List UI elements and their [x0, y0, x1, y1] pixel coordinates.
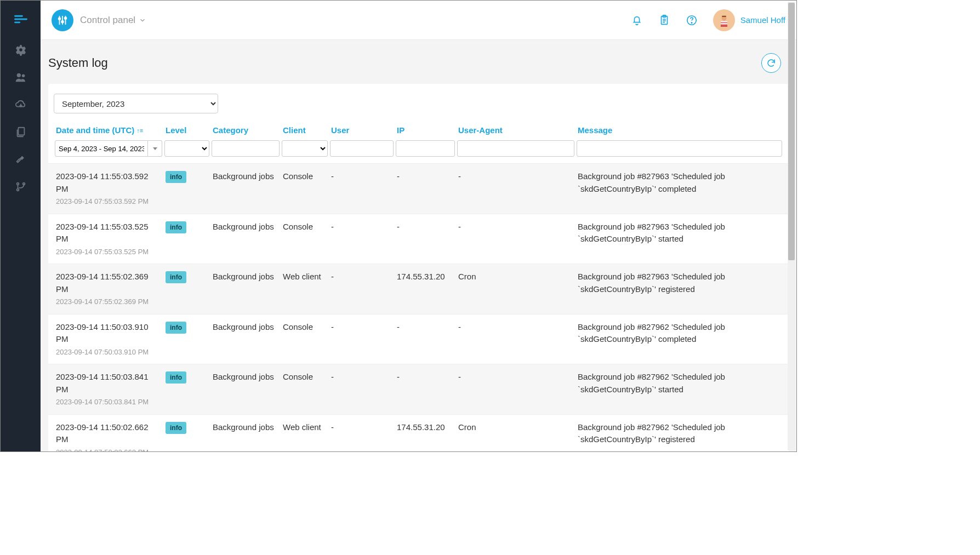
- svg-point-4: [21, 75, 25, 78]
- username-label: Samuel Hoff: [740, 15, 785, 25]
- cell-message: Background job #827962 'Scheduled job `s…: [576, 321, 783, 358]
- svg-rect-24: [722, 15, 726, 16]
- svg-point-21: [691, 22, 692, 22]
- svg-rect-5: [18, 128, 24, 135]
- sidebar-toggle[interactable]: [13, 12, 29, 28]
- cell-message: Background job #827963 'Scheduled job `s…: [576, 271, 783, 307]
- col-user-agent[interactable]: User-Agent: [456, 121, 576, 139]
- scrollbar-track[interactable]: [788, 2, 795, 450]
- cell-level: info: [163, 221, 210, 258]
- cell-client: Console: [281, 371, 329, 408]
- cell-ip: 174.55.31.20: [395, 421, 456, 452]
- log-table: Date and time (UTC) ↑≡ Level Category Cl…: [48, 121, 789, 451]
- help-button[interactable]: [686, 14, 698, 26]
- level-badge: info: [166, 271, 186, 283]
- table-row[interactable]: 2023-09-14 11:50:03.841 PM2023-09-14 07:…: [48, 364, 789, 414]
- date-range-filter[interactable]: [55, 140, 148, 157]
- sidebar-item-cloud[interactable]: [1, 99, 41, 111]
- table-row[interactable]: 2023-09-14 11:50:02.662 PM2023-09-14 07:…: [48, 414, 789, 452]
- filter-row: [48, 139, 789, 163]
- cell-user: -: [329, 321, 395, 358]
- sidebar-item-tools[interactable]: [1, 153, 41, 165]
- app-logo[interactable]: [52, 9, 73, 31]
- level-badge: info: [166, 221, 186, 233]
- cell-client: Web client: [281, 421, 329, 452]
- cell-user: -: [329, 170, 395, 207]
- refresh-button[interactable]: [761, 53, 781, 73]
- sidebar-item-settings[interactable]: [1, 44, 41, 56]
- user-filter[interactable]: [330, 140, 394, 157]
- col-ip[interactable]: IP: [395, 121, 456, 139]
- content-area: System log September, 2023 Date and time…: [41, 40, 796, 451]
- ip-filter[interactable]: [396, 140, 455, 157]
- col-datetime[interactable]: Date and time (UTC) ↑≡: [54, 121, 163, 139]
- bell-icon: [631, 14, 643, 26]
- cell-user: -: [329, 221, 395, 258]
- cell-user: -: [329, 421, 395, 452]
- user-agent-filter[interactable]: [457, 140, 574, 157]
- notifications-button[interactable]: [631, 14, 643, 26]
- month-select[interactable]: September, 2023: [54, 94, 218, 113]
- cell-user-agent: Cron: [456, 271, 576, 307]
- col-user[interactable]: User: [329, 121, 395, 139]
- col-category[interactable]: Category: [210, 121, 281, 139]
- table-header-row: Date and time (UTC) ↑≡ Level Category Cl…: [48, 121, 789, 139]
- cell-ip: 174.55.31.20: [395, 271, 456, 307]
- cell-user-agent: -: [456, 371, 576, 408]
- svg-rect-27: [721, 23, 727, 24]
- sidebar-item-users[interactable]: [1, 71, 41, 83]
- cell-ip: -: [395, 221, 456, 258]
- cell-client: Web client: [281, 271, 329, 307]
- help-icon: [686, 14, 698, 26]
- chevron-down-icon: [139, 16, 146, 24]
- cell-client: Console: [281, 321, 329, 358]
- log-panel: September, 2023 Date and time (UTC) ↑≡ L…: [48, 84, 789, 451]
- level-badge: info: [166, 171, 186, 183]
- cell-user-agent: -: [456, 221, 576, 258]
- user-menu[interactable]: Samuel Hoff: [713, 9, 785, 31]
- col-client[interactable]: Client: [281, 121, 329, 139]
- svg-point-14: [65, 17, 67, 19]
- sidebar-item-branches[interactable]: [1, 181, 41, 193]
- topbar: Control panel Samuel Hoff: [41, 1, 796, 40]
- clipboard-button[interactable]: [658, 14, 670, 26]
- breadcrumb-label: Control panel: [80, 15, 135, 26]
- cell-message: Background job #827963 'Scheduled job `s…: [576, 170, 783, 207]
- cell-datetime: 2023-09-14 11:55:02.369 PM2023-09-14 07:…: [54, 271, 163, 307]
- message-filter[interactable]: [577, 140, 782, 157]
- cell-message: Background job #827962 'Scheduled job `s…: [576, 421, 783, 452]
- col-level[interactable]: Level: [163, 121, 210, 139]
- table-row[interactable]: 2023-09-14 11:55:03.525 PM2023-09-14 07:…: [48, 214, 789, 264]
- cell-ip: -: [395, 321, 456, 358]
- col-message[interactable]: Message: [576, 121, 783, 139]
- cell-user: -: [329, 371, 395, 408]
- table-row[interactable]: 2023-09-14 11:55:02.369 PM2023-09-14 07:…: [48, 264, 789, 314]
- client-filter[interactable]: [282, 140, 328, 157]
- date-range-dropdown-button[interactable]: [148, 140, 162, 157]
- cell-ip: -: [395, 170, 456, 207]
- cell-message: Background job #827963 'Scheduled job `s…: [576, 221, 783, 258]
- cell-datetime: 2023-09-14 11:50:03.910 PM2023-09-14 07:…: [54, 321, 163, 358]
- sort-asc-icon: ↑≡: [136, 127, 143, 134]
- cell-level: info: [163, 321, 210, 358]
- avatar: [713, 9, 735, 31]
- scrollbar-thumb[interactable]: [788, 3, 795, 260]
- category-filter[interactable]: [212, 140, 280, 157]
- cell-category: Background jobs: [210, 371, 281, 408]
- svg-point-12: [61, 20, 64, 22]
- cell-category: Background jobs: [210, 271, 281, 307]
- table-row[interactable]: 2023-09-14 11:50:03.910 PM2023-09-14 07:…: [48, 314, 789, 364]
- table-row[interactable]: 2023-09-14 11:55:03.592 PM2023-09-14 07:…: [48, 163, 789, 214]
- cell-level: info: [163, 421, 210, 452]
- breadcrumb[interactable]: Control panel: [80, 15, 146, 26]
- cell-datetime: 2023-09-14 11:50:03.841 PM2023-09-14 07:…: [54, 371, 163, 408]
- sidebar-item-pages[interactable]: [1, 126, 41, 138]
- clipboard-icon: [658, 14, 670, 26]
- cell-ip: -: [395, 371, 456, 408]
- cell-category: Background jobs: [210, 321, 281, 358]
- level-filter[interactable]: [164, 140, 209, 157]
- cell-datetime: 2023-09-14 11:55:03.592 PM2023-09-14 07:…: [54, 170, 163, 207]
- cell-user-agent: -: [456, 321, 576, 358]
- cell-user-agent: Cron: [456, 421, 576, 452]
- cell-level: info: [163, 271, 210, 307]
